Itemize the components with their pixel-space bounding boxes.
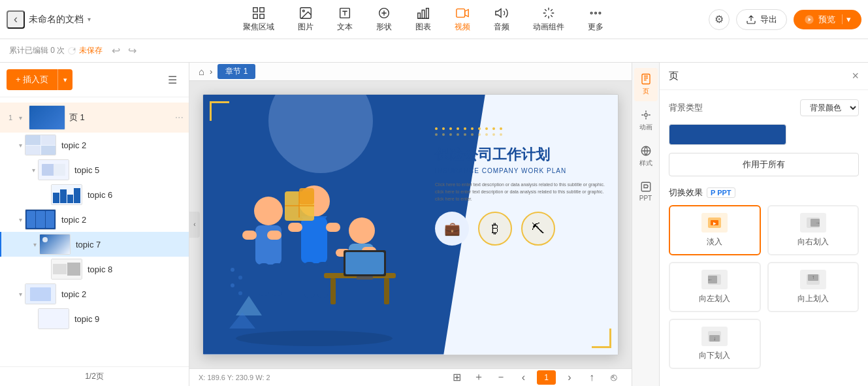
- audio-tool[interactable]: 音频: [489, 3, 515, 35]
- slide-canvas[interactable]: 保险公司工作计划 INSURANCE COMPANY WORK PLAN Cli…: [202, 94, 619, 355]
- topic-thumb-4: [39, 234, 71, 255]
- toolbar-left: ‹ 未命名的文档 ▾: [7, 10, 137, 29]
- bg-color-preview[interactable]: [669, 124, 786, 145]
- slide-icon-3: ⛏: [521, 212, 555, 246]
- settings-button[interactable]: ⚙: [709, 9, 730, 30]
- slide-expand-1[interactable]: ▾: [16, 114, 25, 121]
- topic-expand-0[interactable]: ▾: [16, 142, 25, 149]
- chart-tool[interactable]: 图表: [410, 3, 436, 35]
- fullscreen-button[interactable]: ↑: [583, 369, 600, 386]
- topic-item-7[interactable]: ▸ topic 9: [0, 306, 189, 331]
- slide-item-1[interactable]: 1 ▾ 页 1 ···: [0, 103, 189, 133]
- title-dropdown[interactable]: ▾: [88, 16, 91, 23]
- topic-item-5[interactable]: ▸ topic 8: [0, 257, 189, 281]
- svg-rect-53: [641, 182, 651, 191]
- svg-marker-48: [236, 296, 262, 315]
- more-tool[interactable]: 更多: [583, 3, 609, 35]
- canvas-coordinates: X: 189.6 Y: 230.9 W: 2: [199, 374, 270, 381]
- right-panel-header: 页 ×: [660, 63, 868, 90]
- side-tab-style[interactable]: 样式: [634, 140, 658, 173]
- zoom-in-button[interactable]: ＋: [470, 369, 487, 386]
- slide-right-icon: →: [800, 213, 826, 233]
- right-panel-content: 背景类型 背景颜色 作用于所有 切换效果 P PPT: [660, 90, 868, 386]
- prev-page-button[interactable]: ‹: [515, 369, 532, 386]
- bottom-tools: ⊞ ＋ － ‹ 1 › ↑ ⎋: [448, 369, 622, 386]
- preview-button[interactable]: 预览 ▾: [794, 10, 861, 29]
- topic-thumb-2: [51, 184, 82, 205]
- insert-page-dropdown[interactable]: ▾: [57, 69, 72, 90]
- topic-thumb-6: [25, 283, 56, 304]
- topic-label-3: topic 2: [61, 215, 184, 225]
- topic-item-3[interactable]: ▾ topic 2: [0, 207, 189, 232]
- apply-all-button[interactable]: 作用于所有: [669, 153, 859, 176]
- insert-page-button[interactable]: + 插入页: [7, 69, 57, 90]
- svg-point-12: [590, 12, 592, 14]
- topic-label-7: topic 9: [74, 314, 184, 324]
- fade-icon: ▶: [701, 213, 728, 233]
- svg-text:→: →: [815, 220, 820, 226]
- right-panel-close-button[interactable]: ×: [852, 69, 859, 83]
- share-button[interactable]: ⎋: [605, 369, 622, 386]
- svg-rect-1: [259, 8, 263, 12]
- topic-item-1[interactable]: ▾ topic 5: [0, 157, 189, 182]
- zoom-out-button[interactable]: －: [492, 369, 509, 386]
- topic-expand-6[interactable]: ▾: [16, 291, 25, 298]
- svg-rect-39: [330, 278, 336, 304]
- next-page-button[interactable]: ›: [561, 369, 578, 386]
- side-tabs: 页 动画 样式 PPT: [632, 63, 659, 386]
- grid-view-button[interactable]: ⊞: [448, 369, 465, 386]
- topic-item-6[interactable]: ▾ topic 2: [0, 281, 189, 306]
- animation-tool[interactable]: 动画组件: [528, 3, 570, 35]
- topic-expand-3[interactable]: ▾: [16, 216, 25, 223]
- topic-item-4[interactable]: ▾ topic 7: [0, 232, 189, 257]
- video-tool[interactable]: 视频: [449, 3, 475, 35]
- undo-button[interactable]: ↩: [110, 44, 121, 57]
- svg-rect-0: [253, 8, 257, 12]
- breadcrumb: ⌂ › 章节 1: [189, 63, 632, 81]
- breadcrumb-section: 章节 1: [217, 64, 255, 79]
- svg-point-30: [349, 217, 375, 244]
- topic-expand-1[interactable]: ▾: [29, 167, 38, 174]
- back-button[interactable]: ‹: [7, 10, 25, 29]
- shape-tool[interactable]: 形状: [371, 3, 397, 35]
- topic-item-2[interactable]: ▸ topic 6: [0, 182, 189, 207]
- slide-more-1[interactable]: ···: [175, 112, 184, 123]
- topic-thumb-0: [25, 135, 56, 155]
- slide-illustration: [216, 165, 412, 348]
- right-panel: 页 × 背景类型 背景颜色 作用于所有 切换效果 P PPT: [659, 63, 868, 386]
- bg-type-select[interactable]: 背景颜色: [800, 99, 859, 116]
- home-icon[interactable]: ⌂: [199, 66, 204, 77]
- slide-icons-row: 💼 ₿ ⛏: [435, 212, 605, 246]
- page-indicator: 1/2页: [0, 366, 189, 386]
- main-toolbar: ‹ 未命名的文档 ▾ 聚焦区域 图片 文本: [0, 0, 868, 39]
- preview-dropdown-arrow[interactable]: ▾: [842, 14, 851, 24]
- svg-rect-11: [456, 9, 464, 18]
- effect-slide-down[interactable]: ↓ 向下划入: [669, 319, 761, 369]
- focus-zone-tool[interactable]: 聚焦区域: [238, 3, 280, 35]
- bg-type-label: 背景类型: [669, 102, 703, 114]
- corner-decoration-br: [592, 329, 611, 348]
- right-panel-title: 页: [669, 70, 679, 82]
- side-tab-page[interactable]: 页: [634, 68, 658, 101]
- topic-thumb-7: [38, 308, 69, 329]
- effect-fade[interactable]: ▶ 淡入: [669, 205, 761, 255]
- svg-rect-25: [301, 217, 327, 263]
- image-tool[interactable]: 图片: [293, 3, 319, 35]
- redo-button[interactable]: ↪: [127, 44, 138, 57]
- effect-slide-up[interactable]: ↑ 向上划入: [767, 262, 860, 312]
- svg-text:↑: ↑: [812, 274, 814, 280]
- effect-slide-right[interactable]: → 向右划入: [767, 205, 860, 255]
- svg-point-5: [302, 10, 304, 12]
- panel-menu-button[interactable]: ☰: [163, 70, 182, 89]
- topic-expand-4[interactable]: ▾: [30, 241, 39, 248]
- canvas-wrapper: 保险公司工作计划 INSURANCE COMPANY WORK PLAN Cli…: [189, 81, 632, 368]
- topic-item-0[interactable]: ▾ topic 2: [0, 133, 189, 157]
- effect-slide-left[interactable]: ← 向左划入: [669, 262, 761, 312]
- topic-label-5: topic 8: [88, 265, 184, 274]
- effects-grid: ▶ 淡入 → 向右划入: [669, 205, 859, 312]
- side-tab-animation[interactable]: 动画: [634, 104, 658, 137]
- text-tool[interactable]: 文本: [332, 3, 358, 35]
- side-tab-ppt[interactable]: PPT: [634, 176, 658, 207]
- svg-point-46: [231, 283, 234, 287]
- export-button[interactable]: 导出: [736, 9, 787, 30]
